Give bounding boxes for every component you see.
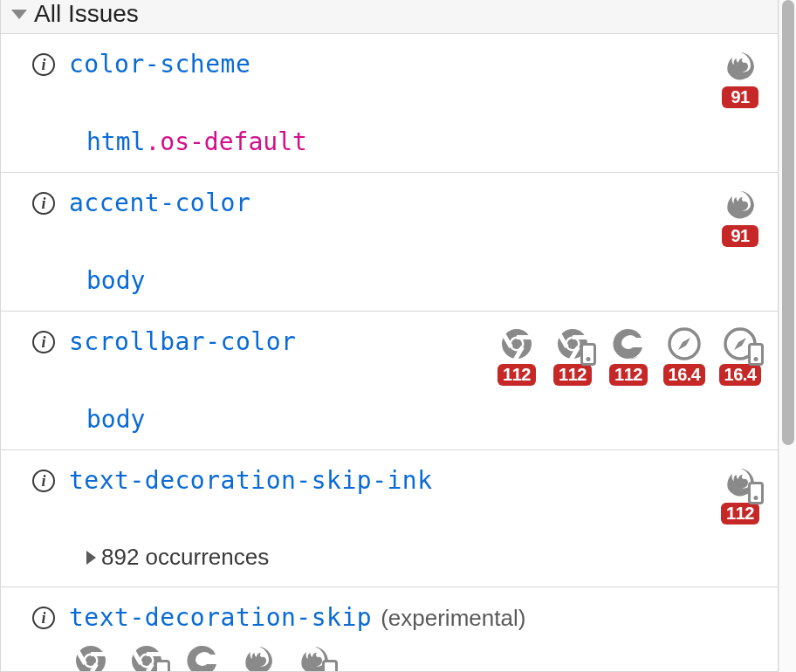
browser-badge: 16.4 xyxy=(662,327,706,386)
selector-tag: body xyxy=(86,266,145,295)
mobile-device-icon xyxy=(322,660,338,672)
firefox-icon xyxy=(724,189,757,222)
browser-version: 112 xyxy=(609,364,648,386)
firefox-icon xyxy=(242,644,275,672)
browser-badge: 112 xyxy=(718,466,762,525)
browser-badge: 16.4 xyxy=(718,327,762,386)
section-title: All Issues xyxy=(34,0,139,28)
selector-line[interactable]: body xyxy=(86,405,762,434)
info-icon[interactable] xyxy=(32,607,55,629)
property-name[interactable]: scrollbar-color xyxy=(69,327,296,356)
browser-badge: 112 xyxy=(237,644,280,672)
scrollbar-track[interactable] xyxy=(779,0,796,672)
section-header[interactable]: All Issues xyxy=(1,0,778,34)
browser-badge: 112 xyxy=(69,644,113,672)
mobile-device-icon xyxy=(748,482,764,504)
occurrences-count: 892 occurrences xyxy=(101,544,269,571)
firefox-icon xyxy=(724,50,757,83)
info-icon[interactable] xyxy=(32,192,55,215)
browser-badge: 112 xyxy=(495,327,539,386)
browser-version: 91 xyxy=(722,225,758,247)
property-name[interactable]: text-decoration-skip-ink xyxy=(69,466,433,495)
browser-version: 112 xyxy=(721,503,759,525)
browser-badge: 112 xyxy=(181,644,224,672)
property-name[interactable]: color-scheme xyxy=(69,50,250,79)
browser-badge: 112 xyxy=(125,644,168,672)
browser-badge: 112 xyxy=(292,644,336,672)
property-name[interactable]: accent-color xyxy=(69,189,250,217)
issues-panel: All Issues color-scheme91html.os-default… xyxy=(0,0,779,672)
issue-row: accent-color91body xyxy=(1,173,778,312)
occurrences-toggle[interactable]: 892 occurrences xyxy=(86,544,762,571)
safari-icon xyxy=(668,327,701,360)
browser-version: 16.4 xyxy=(663,364,706,386)
selector-class: .os-default xyxy=(145,127,306,156)
mobile-device-icon xyxy=(154,660,170,672)
edge-icon xyxy=(186,644,219,672)
browser-badge: 91 xyxy=(718,189,762,247)
browser-support-list: 91 xyxy=(718,50,762,108)
expand-icon xyxy=(86,551,96,565)
scrollbar-thumb[interactable] xyxy=(782,0,794,445)
mobile-device-icon xyxy=(748,343,764,366)
issue-row: scrollbar-color11211211216.416.4body xyxy=(1,312,778,450)
selector-tag: body xyxy=(86,405,145,434)
property-note: (experimental) xyxy=(381,605,525,631)
issue-row: color-scheme91html.os-default xyxy=(1,34,778,173)
browser-version: 91 xyxy=(722,86,758,108)
browser-badge: 112 xyxy=(607,327,650,386)
selector-tag: html xyxy=(86,127,145,156)
edge-icon xyxy=(612,327,645,360)
selector-line[interactable]: body xyxy=(86,266,762,295)
issue-row: text-decoration-skip(experimental)112112… xyxy=(1,587,778,672)
browser-support-list: 91 xyxy=(718,189,762,247)
browser-support-list: 112 xyxy=(718,466,762,525)
info-icon[interactable] xyxy=(32,53,55,76)
property-name[interactable]: text-decoration-skip xyxy=(69,603,372,632)
browser-version: 16.4 xyxy=(719,364,762,386)
info-icon[interactable] xyxy=(32,331,55,353)
collapse-icon xyxy=(11,10,27,19)
selector-line[interactable]: html.os-default xyxy=(86,127,762,156)
browser-version: 112 xyxy=(553,364,592,386)
browser-version: 112 xyxy=(498,364,536,386)
chrome-icon xyxy=(74,644,107,672)
browser-badge: 112 xyxy=(551,327,594,386)
browser-support-list: 11211211216.416.4 xyxy=(495,327,762,386)
browser-badge: 91 xyxy=(718,50,762,108)
browser-support-list: 112112112112112 xyxy=(69,644,762,672)
mobile-device-icon xyxy=(580,343,596,366)
info-icon[interactable] xyxy=(32,470,55,492)
chrome-icon xyxy=(500,327,533,360)
issue-row: text-decoration-skip-ink112892 occurrenc… xyxy=(1,450,778,587)
